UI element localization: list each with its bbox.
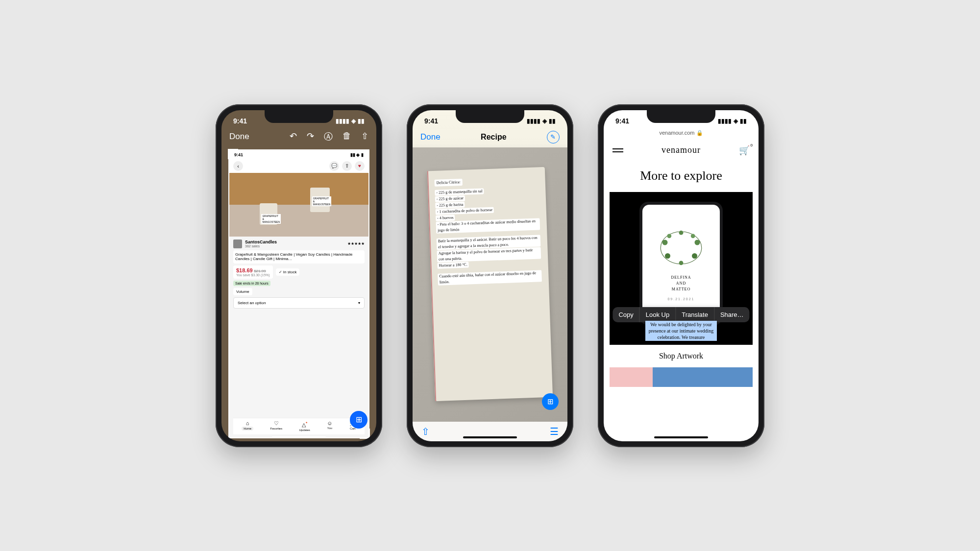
- stock-badge: ✓ In stock: [276, 268, 300, 276]
- list-icon[interactable]: ☰: [550, 426, 559, 437]
- wifi-icon: ◈: [542, 118, 547, 124]
- text-context-menu: Copy Look Up Translate Share…: [612, 307, 749, 322]
- status-time: 9:41: [424, 117, 438, 125]
- seller-avatar: [233, 240, 242, 248]
- cart-icon[interactable]: 🛒0: [739, 145, 750, 156]
- svg-point-5: [665, 253, 670, 259]
- menu-share[interactable]: Share…: [714, 307, 750, 322]
- bottom-bar: ⇧ ☰: [413, 422, 567, 441]
- svg-point-7: [679, 261, 684, 265]
- svg-point-8: [679, 231, 684, 235]
- notes-toolbar: Done Recipe ✎: [413, 129, 567, 147]
- status-icons: ▮▮▮▮ ◈ ▮▮: [527, 118, 556, 124]
- menu-lookup[interactable]: Look Up: [640, 307, 676, 322]
- heart-icon: ♡: [274, 420, 279, 427]
- home-indicator[interactable]: [272, 436, 326, 438]
- svg-point-3: [695, 240, 700, 245]
- signal-icon: ▮▮▮▮: [527, 118, 540, 124]
- sale-badge: Sale ends in 28 hours: [233, 281, 270, 286]
- seller-name: SantosCandles: [245, 240, 277, 244]
- status-time: 9:41: [233, 117, 247, 125]
- svg-point-6: [692, 253, 697, 259]
- share-icon[interactable]: ⇧: [421, 426, 430, 437]
- live-text-button[interactable]: ⊞: [542, 393, 559, 410]
- product-hero-image: GRAPEFRUIT & MANGOSTEEN GRAPEFRUIT & MAN…: [229, 173, 368, 237]
- home-indicator[interactable]: [463, 436, 517, 438]
- markup-icon[interactable]: ✎: [547, 131, 560, 144]
- site-header: venamour 🛒0: [604, 139, 759, 162]
- phone-screenshot-markup: 9:41 ▮▮▮▮ ◈ ▮▮ Done ↶ ↷ Ⓐ 🗑 ⇧ 9:41 ▮▮ ◈ …: [216, 104, 382, 447]
- phone-notes-recipe: 9:41 ▮▮▮▮ ◈ ▮▮ Done Recipe ✎ Delicia Cít…: [407, 104, 573, 447]
- floral-wreath-illustration: [654, 226, 708, 270]
- battery-icon: ▮▮: [549, 118, 556, 124]
- captured-tabbar: ⌂Home ♡Favorites △•Updates ☺You 🛒Cart: [233, 418, 365, 434]
- status-icons: ▮▮▮▮ ◈ ▮▮: [718, 118, 747, 124]
- svg-point-1: [662, 240, 668, 245]
- invitation-names: DELFINA AND MATTEO: [671, 275, 691, 292]
- battery-icon: ▮▮: [740, 118, 747, 124]
- chat-icon: 💬: [329, 161, 339, 171]
- wifi-icon: ◈: [351, 118, 356, 124]
- captured-app-header: ‹ 💬 ⇧ ♥: [229, 159, 368, 173]
- brand-logo[interactable]: venamour: [662, 145, 701, 155]
- svg-point-2: [667, 234, 671, 238]
- status-bar: 9:41 ▮▮▮▮ ◈ ▮▮: [221, 110, 376, 129]
- svg-point-4: [691, 234, 695, 238]
- menu-copy[interactable]: Copy: [612, 307, 639, 322]
- artwork-card[interactable]: DELFINA AND MATTEO 09.21.2021 Copy Look …: [610, 192, 753, 345]
- menu-translate[interactable]: Translate: [676, 307, 714, 322]
- invitation-date: 09.21.2021: [667, 297, 694, 301]
- done-button[interactable]: Done: [229, 132, 249, 142]
- screenshot-crop-frame[interactable]: 9:41 ▮▮ ◈ ▮ ‹ 💬 ⇧ ♥ GRAPEFRUIT & MANGOST…: [228, 149, 369, 438]
- menu-icon[interactable]: [612, 148, 623, 152]
- back-icon: ‹: [233, 161, 243, 171]
- signal-icon: ▮▮▮▮: [336, 118, 349, 124]
- home-indicator[interactable]: [654, 436, 708, 438]
- heart-icon: ♥: [355, 161, 365, 171]
- seller-row: SantosCandles 382 sales ★★★★★: [233, 240, 365, 248]
- notebook-page: Delicia Cítrica: - 225 g de mantequilla …: [427, 167, 553, 401]
- share-icon: ⇧: [342, 161, 352, 171]
- trash-icon[interactable]: 🗑: [343, 131, 351, 143]
- price-box: $18.69 $21.99 You save $3.30 (15%): [233, 265, 273, 279]
- status-time: 9:41: [615, 117, 629, 125]
- scanned-photo: Delicia Cítrica: - 225 g de mantequilla …: [413, 147, 567, 422]
- home-icon: ⌂: [246, 420, 249, 426]
- url-bar[interactable]: venamour.com 🔒: [604, 129, 759, 139]
- redo-icon[interactable]: ↷: [307, 131, 314, 143]
- chevron-down-icon: ▾: [358, 301, 360, 305]
- done-button[interactable]: Done: [420, 132, 441, 142]
- card-label[interactable]: Shop Artwork: [604, 345, 759, 367]
- selected-text[interactable]: We would be delighted by your presence a…: [645, 321, 717, 341]
- markup-pen-icon[interactable]: Ⓐ: [324, 131, 333, 143]
- rating-stars: ★★★★★: [347, 241, 365, 246]
- svg-point-0: [661, 232, 702, 264]
- candle-jar-illustration: GRAPEFRUIT & MANGOSTEEN: [260, 203, 277, 225]
- signal-icon: ▮▮▮▮: [718, 118, 732, 124]
- candle-illustration: GRAPEFRUIT & MANGOSTEEN: [310, 188, 330, 212]
- user-icon: ☺: [327, 420, 332, 426]
- captured-status-bar: 9:41 ▮▮ ◈ ▮: [229, 150, 368, 159]
- section-title: More to explore: [604, 162, 759, 192]
- battery-icon: ▮▮: [358, 118, 365, 124]
- status-bar: 9:41 ▮▮▮▮ ◈ ▮▮: [604, 110, 759, 129]
- live-text-button[interactable]: ⊞: [350, 411, 368, 429]
- undo-icon[interactable]: ↶: [290, 131, 297, 143]
- phone-safari-venamour: 9:41 ▮▮▮▮ ◈ ▮▮ venamour.com 🔒 venamour 🛒…: [598, 104, 764, 447]
- share-icon[interactable]: ⇧: [361, 131, 368, 143]
- lock-icon: 🔒: [696, 130, 703, 136]
- recipe-title: Delicia Cítrica:: [434, 179, 463, 187]
- seller-sales: 382 sales: [245, 244, 277, 248]
- wifi-icon: ◈: [734, 118, 738, 124]
- status-bar: 9:41 ▮▮▮▮ ◈ ▮▮: [413, 110, 567, 129]
- markup-toolbar: Done ↶ ↷ Ⓐ 🗑 ⇧: [221, 129, 376, 146]
- next-artwork-peek[interactable]: [610, 367, 753, 387]
- product-title: Grapefruit & Mangosteen Candle | Vegan S…: [233, 250, 365, 264]
- bell-icon: △•: [302, 420, 307, 428]
- status-icons: ▮▮▮▮ ◈ ▮▮: [336, 118, 365, 124]
- option-select: Select an option ▾: [233, 297, 365, 309]
- volume-chip: Volume: [233, 288, 252, 295]
- note-title: Recipe: [481, 133, 506, 142]
